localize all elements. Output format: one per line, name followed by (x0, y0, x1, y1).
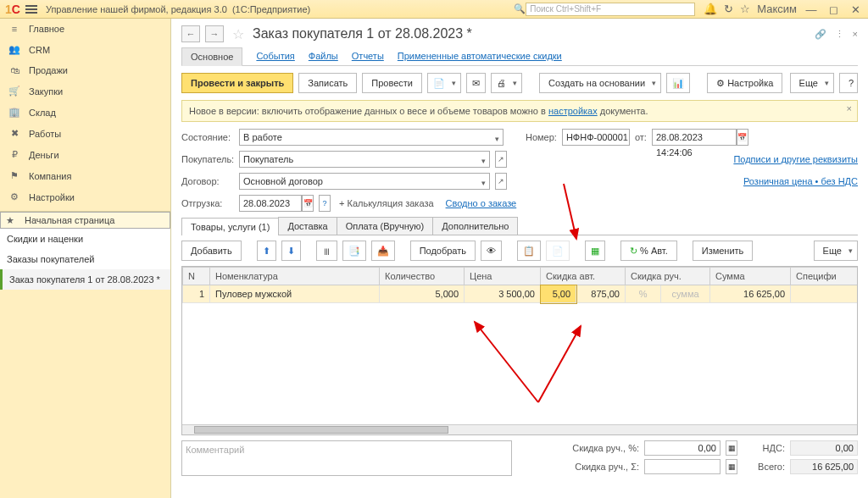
grid-button[interactable]: ▦ (585, 241, 605, 261)
tab-extra[interactable]: Дополнительно (432, 217, 518, 235)
barcode-button[interactable]: ⫼ (316, 241, 337, 261)
from-label: от: (635, 132, 647, 142)
user-name[interactable]: Максим (757, 3, 797, 15)
state-select[interactable]: В работе (239, 129, 504, 146)
nav-money[interactable]: ₽Деньги (0, 144, 170, 165)
comment-field[interactable]: Комментарий (181, 440, 512, 476)
close-button[interactable]: ✕ (848, 3, 863, 15)
ship-calendar-icon[interactable]: 📅 (302, 195, 314, 212)
table-more-button[interactable]: Еще (814, 241, 858, 261)
nav-crm[interactable]: 👥CRM (0, 39, 170, 60)
link-icon[interactable]: 🔗 (815, 29, 826, 40)
add-button[interactable]: Добавить (181, 241, 242, 261)
nav-main[interactable]: ≡Главное (0, 19, 170, 39)
tab-main[interactable]: Основное (181, 47, 242, 66)
ship-help-icon[interactable]: ? (319, 195, 331, 212)
titlebar: 1C Управление нашей фирмой, редакция 3.0… (0, 0, 868, 19)
save-button[interactable]: Записать (298, 73, 357, 93)
nav-home[interactable]: ★Начальная страница (0, 212, 170, 229)
number-field[interactable]: НФНФ-000001 (562, 129, 630, 146)
tab-payment[interactable]: Оплата (Вручную) (337, 217, 434, 235)
app-title: Управление нашей фирмой, редакция 3.0 (1… (46, 4, 310, 14)
manual-disc-sum[interactable] (644, 459, 721, 474)
table-row[interactable]: 1 Пуловер мужской 5,000 3 500,00 5,00 87… (183, 285, 859, 303)
help-button[interactable]: ? (839, 73, 858, 93)
ship-date[interactable]: 28.08.2023 (239, 195, 302, 212)
maximize-button[interactable]: ◻ (826, 3, 841, 15)
settings-button[interactable]: ⚙ Настройка (707, 73, 782, 93)
items-table: N Номенклатура Количество Цена Скидка ав… (181, 266, 858, 435)
price-link[interactable]: Розничная цена • без НДС (743, 176, 858, 186)
nav-works[interactable]: ✖Работы (0, 123, 170, 144)
nav-sales[interactable]: 🛍Продажи (0, 60, 170, 80)
import-button[interactable]: 📥 (371, 241, 395, 261)
tab-reports[interactable]: Отчеты (352, 47, 384, 65)
sub-current-doc[interactable]: Заказ покупателя 1 от 28.08.2023 * (0, 269, 170, 290)
info-close-icon[interactable]: × (847, 103, 852, 113)
flag-icon: ⚑ (8, 170, 20, 181)
info-strip: Новое в версии: включить отображение дан… (181, 100, 858, 122)
tab-items[interactable]: Товары, услуги (1) (181, 218, 279, 235)
buyer-select[interactable]: Покупатель (239, 151, 490, 168)
nav-company[interactable]: ⚑Компания (0, 165, 170, 186)
brief-link[interactable]: Сводно о заказе (446, 198, 517, 208)
star-icon[interactable]: ☆ (740, 3, 750, 15)
sub-discounts[interactable]: Скидки и наценки (0, 229, 170, 249)
tab-discounts[interactable]: Примененные автоматические скидки (398, 47, 562, 65)
contract-label: Договор: (181, 176, 234, 186)
create-based-button[interactable]: Создать на основании (539, 73, 661, 93)
post-and-close-button[interactable]: Провести и закрыть (181, 73, 293, 93)
hamburger-icon[interactable] (25, 3, 37, 15)
post-button[interactable]: Провести (362, 73, 422, 93)
bell-icon[interactable]: 🔔 (704, 3, 717, 15)
pick-button[interactable]: Подобрать (410, 241, 476, 261)
view-button[interactable]: 👁 (481, 241, 502, 261)
calc-label[interactable]: + Калькуляция заказа (339, 198, 434, 208)
date-field[interactable]: 28.08.2023 14:24:06 (652, 129, 737, 146)
auto-discount-button[interactable]: ↻ % Авт. (620, 241, 677, 261)
tab-files[interactable]: Файлы (309, 47, 338, 65)
forward-button[interactable]: → (205, 25, 224, 42)
manual-disc-pc[interactable]: 0,00 (644, 440, 721, 456)
history-icon[interactable]: ↻ (724, 3, 733, 15)
move-up-button[interactable]: ⬆ (257, 241, 276, 261)
nav-purchases[interactable]: 🛒Закупки (0, 80, 170, 102)
structure-button[interactable]: 📊 (666, 73, 690, 93)
copy-button[interactable]: 📋 (517, 241, 541, 261)
tab-events[interactable]: События (256, 47, 294, 65)
doc-title: Заказ покупателя 1 от 28.08.2023 * (253, 26, 472, 42)
change-button[interactable]: Изменить (693, 241, 754, 261)
move-down-button[interactable]: ⬇ (281, 241, 301, 261)
contract-select[interactable]: Основной договор (239, 173, 490, 190)
home-icon: ★ (4, 213, 16, 228)
nav-settings[interactable]: ⚙Настройки (0, 186, 170, 208)
number-label: Номер: (526, 132, 557, 142)
doc-flow-button[interactable]: 📄 (427, 73, 461, 93)
mail-button[interactable]: ✉ (466, 73, 486, 93)
calc-icon-2[interactable]: ▦ (726, 459, 737, 474)
signatures-link[interactable]: Подписи и другие реквизиты (733, 154, 858, 164)
nds-label: НДС: (743, 443, 785, 453)
tools-icon: ✖ (8, 128, 20, 139)
more-button[interactable]: Еще (790, 73, 834, 93)
nav-warehouse[interactable]: 🏢Склад (0, 102, 170, 123)
scan-button[interactable]: 📑 (342, 241, 366, 261)
minimize-button[interactable]: — (804, 3, 819, 15)
calendar-icon[interactable]: 📅 (737, 129, 748, 146)
contract-open-icon[interactable]: ↗ (495, 173, 507, 190)
kebab-icon[interactable]: ⋮ (835, 29, 844, 40)
calc-icon[interactable]: ▦ (726, 440, 737, 456)
back-button[interactable]: ← (181, 25, 200, 42)
auto-discount-cell: 5,00 (541, 285, 576, 303)
paste-button[interactable]: 📄 (546, 241, 570, 261)
tab-delivery[interactable]: Доставка (278, 217, 337, 235)
content: ← → ☆ Заказ покупателя 1 от 28.08.2023 *… (171, 19, 868, 498)
h-scrollbar[interactable] (182, 424, 857, 434)
favorite-icon[interactable]: ☆ (232, 26, 244, 42)
sub-orders[interactable]: Заказы покупателей (0, 249, 170, 269)
buyer-open-icon[interactable]: ↗ (495, 151, 507, 168)
print-button[interactable]: 🖨 (491, 73, 522, 93)
global-search[interactable]: Поиск Ctrl+Shift+F (526, 3, 695, 16)
info-link[interactable]: настройках (548, 106, 598, 116)
close-doc-icon[interactable]: × (853, 29, 858, 40)
